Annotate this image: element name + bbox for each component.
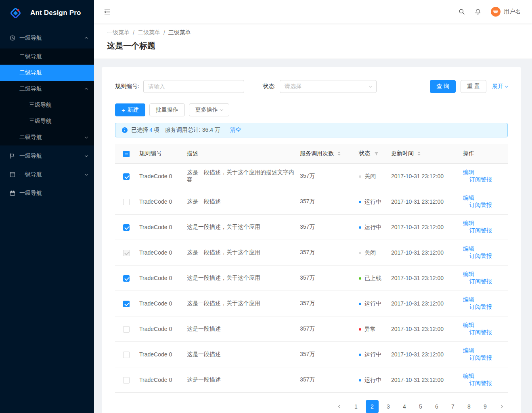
sidebar-item-nav2[interactable]: 一级导航 bbox=[0, 148, 94, 164]
subscribe-alert-link[interactable]: 订阅警报 bbox=[469, 227, 492, 234]
status-dot bbox=[359, 201, 361, 203]
menu-label: 一级导航 bbox=[19, 34, 42, 42]
sidebar-item-sub4[interactable]: 二级导航 bbox=[0, 129, 94, 145]
select-all-checkbox[interactable] bbox=[123, 151, 130, 157]
description-cell: 这是一段描述，关于这个应用 bbox=[187, 240, 300, 266]
page-button-3[interactable]: 3 bbox=[382, 400, 395, 413]
subscribe-alert-link[interactable]: 订阅警报 bbox=[469, 253, 492, 260]
updated-time-cell: 2017-10-31 23:12:00 bbox=[391, 215, 463, 240]
sidebar-item-nav3[interactable]: 一级导航 bbox=[0, 166, 94, 183]
subscribe-alert-link[interactable]: 订阅警报 bbox=[469, 202, 492, 209]
row-checkbox[interactable] bbox=[123, 173, 130, 180]
status-cell: 关闭 bbox=[359, 164, 391, 189]
ant-design-logo-icon bbox=[9, 6, 22, 20]
sorter-icon[interactable] bbox=[337, 152, 341, 156]
sorter-icon[interactable] bbox=[417, 152, 421, 156]
subscribe-alert-link[interactable]: 订阅警报 bbox=[469, 329, 492, 336]
row-checkbox[interactable] bbox=[123, 301, 130, 307]
table-body: TradeCode 0 这是一段描述，关于这个应用的描述文字内容 357万 关闭… bbox=[115, 164, 508, 393]
row-checkbox[interactable] bbox=[123, 352, 130, 358]
menu-fold-icon[interactable] bbox=[94, 8, 120, 15]
page-button-8[interactable]: 8 bbox=[463, 400, 475, 413]
search-button[interactable]: 查 询 bbox=[430, 80, 456, 93]
rules-table: 规则编号 描述 服务调用次数 状态 bbox=[115, 144, 508, 393]
page-button-7[interactable]: 7 bbox=[446, 400, 459, 413]
sidebar-item-third2[interactable]: 三级导航 bbox=[0, 113, 94, 129]
row-checkbox[interactable] bbox=[123, 199, 130, 205]
search-icon[interactable] bbox=[459, 8, 465, 15]
prev-page-button[interactable] bbox=[333, 400, 346, 413]
page-button-9[interactable]: 9 bbox=[479, 400, 492, 413]
username: 用户名 bbox=[504, 8, 521, 15]
edit-link[interactable]: 编辑 bbox=[463, 220, 474, 227]
edit-link[interactable]: 编辑 bbox=[463, 373, 474, 380]
service-calls-cell: 357万 bbox=[300, 291, 359, 316]
status-badge: 运行中 bbox=[359, 198, 381, 206]
breadcrumb-item-1[interactable]: 一级菜单 bbox=[107, 29, 130, 36]
row-checkbox[interactable] bbox=[123, 250, 130, 256]
edit-link[interactable]: 编辑 bbox=[463, 322, 474, 329]
batch-operation-button[interactable]: 批量操作 bbox=[149, 103, 185, 116]
row-checkbox[interactable] bbox=[123, 377, 130, 384]
table-row: TradeCode 0 这是一段描述 357万 异常 2017-10-31 23… bbox=[115, 316, 508, 342]
clear-link[interactable]: 清空 bbox=[230, 126, 241, 134]
row-checkbox[interactable] bbox=[123, 275, 130, 282]
row-checkbox[interactable] bbox=[123, 326, 130, 333]
status-dot bbox=[359, 175, 361, 178]
service-calls-cell: 357万 bbox=[300, 189, 359, 215]
status-badge: 运行中 bbox=[359, 377, 381, 384]
status-text: 运行中 bbox=[364, 198, 381, 206]
sidebar-item-third1[interactable]: 三级导航 bbox=[0, 97, 94, 113]
reset-button[interactable]: 重 置 bbox=[461, 80, 486, 93]
subscribe-alert-link[interactable]: 订阅警报 bbox=[469, 303, 492, 311]
chevron-right-icon bbox=[500, 405, 503, 408]
page-header: 一级菜单 / 二级菜单 / 三级菜单 这是一个标题 bbox=[94, 23, 532, 59]
operations-cell: 编辑 订阅警报 bbox=[463, 291, 508, 316]
filter-funnel-icon[interactable] bbox=[374, 152, 379, 156]
chevron-down-icon bbox=[85, 155, 88, 157]
page-button-6[interactable]: 6 bbox=[430, 400, 443, 413]
menu-label: 二级导航 bbox=[19, 53, 42, 60]
status-select[interactable]: 请选择 bbox=[280, 80, 377, 93]
sidebar-item-nav1[interactable]: 一级导航 bbox=[0, 30, 94, 46]
edit-link[interactable]: 编辑 bbox=[463, 194, 474, 202]
bell-icon[interactable] bbox=[475, 8, 481, 15]
sidebar-item-sub1[interactable]: 二级导航 bbox=[0, 48, 94, 65]
user-menu[interactable]: 用户名 bbox=[491, 7, 521, 17]
table-row: TradeCode 0 这是一段描述，关于这个应用 357万 已上线 2017-… bbox=[115, 266, 508, 291]
subscribe-alert-link[interactable]: 订阅警报 bbox=[469, 354, 492, 362]
status-badge: 关闭 bbox=[359, 173, 376, 180]
operations-cell: 编辑 订阅警报 bbox=[463, 189, 508, 215]
more-operations-button[interactable]: 更多操作 bbox=[189, 103, 229, 116]
sidebar-item-nav4[interactable]: 一级导航 bbox=[0, 185, 94, 201]
avatar bbox=[491, 7, 501, 17]
sidebar-item-sub3[interactable]: 二级导航 bbox=[0, 81, 94, 97]
edit-link[interactable]: 编辑 bbox=[463, 169, 474, 176]
page-button-4[interactable]: 4 bbox=[398, 400, 411, 413]
subscribe-alert-link[interactable]: 订阅警报 bbox=[469, 176, 492, 183]
status-filter: 状态: 请选择 bbox=[263, 80, 377, 93]
next-page-button[interactable] bbox=[495, 400, 508, 413]
rule-number-input[interactable] bbox=[143, 80, 244, 93]
subscribe-alert-link[interactable]: 订阅警报 bbox=[469, 380, 492, 387]
page-button-5[interactable]: 5 bbox=[414, 400, 427, 413]
rule-code-cell: TradeCode 0 bbox=[139, 164, 187, 189]
logo[interactable]: Ant Design Pro bbox=[0, 0, 94, 26]
column-header-service-calls[interactable]: 服务调用次数 bbox=[300, 144, 359, 164]
new-button[interactable]: + 新建 bbox=[115, 103, 145, 116]
status-badge: 运行中 bbox=[359, 224, 381, 231]
subscribe-alert-link[interactable]: 订阅警报 bbox=[469, 278, 492, 285]
page-button-2[interactable]: 2 bbox=[366, 400, 379, 413]
main-area: 用户名 一级菜单 / 二级菜单 / 三级菜单 这是一个标题 规则编号: bbox=[94, 0, 532, 413]
edit-link[interactable]: 编辑 bbox=[463, 271, 474, 278]
status-dot bbox=[359, 379, 361, 381]
edit-link[interactable]: 编辑 bbox=[463, 296, 474, 303]
edit-link[interactable]: 编辑 bbox=[463, 347, 474, 354]
sidebar-item-sub2-selected[interactable]: 二级导航 bbox=[0, 65, 94, 81]
page-button-1[interactable]: 1 bbox=[350, 400, 362, 413]
expand-link[interactable]: 展开 bbox=[492, 83, 508, 90]
column-header-updated-time[interactable]: 更新时间 bbox=[391, 144, 463, 164]
breadcrumb-item-2[interactable]: 二级菜单 bbox=[138, 29, 160, 36]
row-checkbox[interactable] bbox=[123, 224, 130, 231]
edit-link[interactable]: 编辑 bbox=[463, 245, 474, 253]
